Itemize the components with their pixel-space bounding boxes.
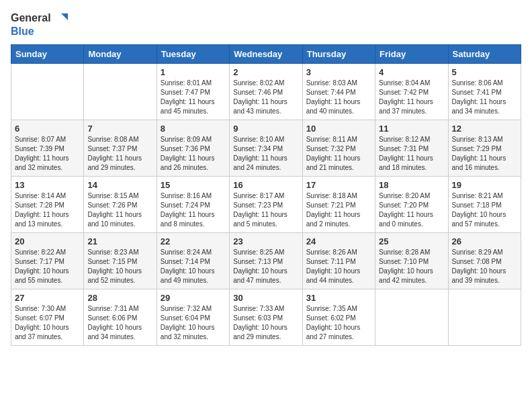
weekday-header-cell: Saturday <box>448 44 521 63</box>
calendar-cell: 8Sunrise: 8:09 AMSunset: 7:36 PMDaylight… <box>157 120 229 176</box>
calendar-cell: 24Sunrise: 8:26 AMSunset: 7:11 PMDayligh… <box>302 232 375 289</box>
calendar-cell <box>11 63 84 120</box>
day-number: 25 <box>379 236 444 246</box>
cell-detail: Sunrise: 7:31 AMSunset: 6:06 PMDaylight:… <box>87 304 152 342</box>
calendar-cell: 25Sunrise: 8:28 AMSunset: 7:10 PMDayligh… <box>375 232 448 289</box>
calendar-cell: 16Sunrise: 8:17 AMSunset: 7:23 PMDayligh… <box>230 176 302 232</box>
weekday-header-cell: Friday <box>375 44 448 63</box>
calendar-cell: 17Sunrise: 8:18 AMSunset: 7:21 PMDayligh… <box>302 176 375 232</box>
weekday-header-cell: Sunday <box>11 44 84 63</box>
calendar-week-row: 27Sunrise: 7:30 AMSunset: 6:07 PMDayligh… <box>11 289 521 345</box>
calendar-cell: 20Sunrise: 8:22 AMSunset: 7:17 PMDayligh… <box>11 232 84 289</box>
weekday-header-row: SundayMondayTuesdayWednesdayThursdayFrid… <box>11 44 521 63</box>
day-number: 12 <box>452 124 517 134</box>
logo-blue: Blue <box>11 26 34 38</box>
cell-detail: Sunrise: 8:21 AMSunset: 7:18 PMDaylight:… <box>452 191 517 229</box>
day-number: 24 <box>306 236 371 246</box>
weekday-header-cell: Wednesday <box>230 44 302 63</box>
cell-detail: Sunrise: 8:09 AMSunset: 7:36 PMDaylight:… <box>161 135 226 173</box>
day-number: 16 <box>233 180 298 190</box>
calendar-week-row: 1Sunrise: 8:01 AMSunset: 7:47 PMDaylight… <box>11 63 521 120</box>
calendar-cell: 31Sunrise: 7:35 AMSunset: 6:02 PMDayligh… <box>302 289 375 345</box>
day-number: 10 <box>306 124 371 134</box>
day-number: 6 <box>15 124 80 134</box>
calendar-cell: 23Sunrise: 8:25 AMSunset: 7:13 PMDayligh… <box>230 232 302 289</box>
calendar-cell: 10Sunrise: 8:11 AMSunset: 7:32 PMDayligh… <box>302 120 375 176</box>
cell-detail: Sunrise: 8:23 AMSunset: 7:15 PMDaylight:… <box>87 248 152 285</box>
day-number: 27 <box>15 293 80 303</box>
calendar-cell: 19Sunrise: 8:21 AMSunset: 7:18 PMDayligh… <box>448 176 521 232</box>
day-number: 7 <box>87 124 152 134</box>
calendar-cell: 14Sunrise: 8:15 AMSunset: 7:26 PMDayligh… <box>84 176 157 232</box>
day-number: 8 <box>161 124 226 134</box>
day-number: 30 <box>233 293 298 303</box>
day-number: 3 <box>306 67 371 77</box>
cell-detail: Sunrise: 7:30 AMSunset: 6:07 PMDaylight:… <box>15 304 80 342</box>
day-number: 2 <box>233 67 298 77</box>
calendar-cell: 13Sunrise: 8:14 AMSunset: 7:28 PMDayligh… <box>11 176 84 232</box>
cell-detail: Sunrise: 8:15 AMSunset: 7:26 PMDaylight:… <box>87 191 152 229</box>
logo-bird-icon <box>53 11 68 26</box>
calendar-cell: 21Sunrise: 8:23 AMSunset: 7:15 PMDayligh… <box>84 232 157 289</box>
cell-detail: Sunrise: 8:25 AMSunset: 7:13 PMDaylight:… <box>233 248 298 285</box>
weekday-header-cell: Tuesday <box>157 44 229 63</box>
calendar-cell: 2Sunrise: 8:02 AMSunset: 7:46 PMDaylight… <box>230 63 302 120</box>
calendar-cell: 4Sunrise: 8:04 AMSunset: 7:42 PMDaylight… <box>375 63 448 120</box>
calendar-cell: 6Sunrise: 8:07 AMSunset: 7:39 PMDaylight… <box>11 120 84 176</box>
calendar-cell: 28Sunrise: 7:31 AMSunset: 6:06 PMDayligh… <box>84 289 157 345</box>
cell-detail: Sunrise: 7:35 AMSunset: 6:02 PMDaylight:… <box>306 304 371 342</box>
day-number: 26 <box>452 236 517 246</box>
cell-detail: Sunrise: 8:10 AMSunset: 7:34 PMDaylight:… <box>233 135 298 173</box>
svg-marker-0 <box>61 13 68 20</box>
day-number: 31 <box>306 293 371 303</box>
calendar-cell: 29Sunrise: 7:32 AMSunset: 6:04 PMDayligh… <box>157 289 229 345</box>
calendar-table: SundayMondayTuesdayWednesdayThursdayFrid… <box>11 44 521 346</box>
calendar-cell: 26Sunrise: 8:29 AMSunset: 7:08 PMDayligh… <box>448 232 521 289</box>
day-number: 14 <box>87 180 152 190</box>
page-header: General Blue <box>11 11 521 38</box>
calendar-cell: 5Sunrise: 8:06 AMSunset: 7:41 PMDaylight… <box>448 63 521 120</box>
calendar-cell: 18Sunrise: 8:20 AMSunset: 7:20 PMDayligh… <box>375 176 448 232</box>
calendar-cell: 1Sunrise: 8:01 AMSunset: 7:47 PMDaylight… <box>157 63 229 120</box>
calendar-week-row: 13Sunrise: 8:14 AMSunset: 7:28 PMDayligh… <box>11 176 521 232</box>
cell-detail: Sunrise: 8:01 AMSunset: 7:47 PMDaylight:… <box>161 79 226 116</box>
cell-detail: Sunrise: 8:12 AMSunset: 7:31 PMDaylight:… <box>379 135 444 173</box>
cell-detail: Sunrise: 8:13 AMSunset: 7:29 PMDaylight:… <box>452 135 517 173</box>
cell-detail: Sunrise: 8:08 AMSunset: 7:37 PMDaylight:… <box>87 135 152 173</box>
cell-detail: Sunrise: 8:20 AMSunset: 7:20 PMDaylight:… <box>379 191 444 229</box>
calendar-week-row: 6Sunrise: 8:07 AMSunset: 7:39 PMDaylight… <box>11 120 521 176</box>
day-number: 5 <box>452 67 517 77</box>
calendar-cell: 22Sunrise: 8:24 AMSunset: 7:14 PMDayligh… <box>157 232 229 289</box>
weekday-header-cell: Thursday <box>302 44 375 63</box>
day-number: 21 <box>87 236 152 246</box>
cell-detail: Sunrise: 8:17 AMSunset: 7:23 PMDaylight:… <box>233 191 298 229</box>
day-number: 17 <box>306 180 371 190</box>
day-number: 23 <box>233 236 298 246</box>
cell-detail: Sunrise: 8:28 AMSunset: 7:10 PMDaylight:… <box>379 248 444 285</box>
calendar-cell <box>84 63 157 120</box>
day-number: 1 <box>161 67 226 77</box>
day-number: 19 <box>452 180 517 190</box>
calendar-cell <box>375 289 448 345</box>
calendar-body: 1Sunrise: 8:01 AMSunset: 7:47 PMDaylight… <box>11 63 521 345</box>
weekday-header-cell: Monday <box>84 44 157 63</box>
calendar-week-row: 20Sunrise: 8:22 AMSunset: 7:17 PMDayligh… <box>11 232 521 289</box>
calendar-cell: 12Sunrise: 8:13 AMSunset: 7:29 PMDayligh… <box>448 120 521 176</box>
cell-detail: Sunrise: 8:03 AMSunset: 7:44 PMDaylight:… <box>306 79 371 116</box>
cell-detail: Sunrise: 8:26 AMSunset: 7:11 PMDaylight:… <box>306 248 371 285</box>
day-number: 9 <box>233 124 298 134</box>
day-number: 20 <box>15 236 80 246</box>
cell-detail: Sunrise: 8:11 AMSunset: 7:32 PMDaylight:… <box>306 135 371 173</box>
calendar-cell: 30Sunrise: 7:33 AMSunset: 6:03 PMDayligh… <box>230 289 302 345</box>
cell-detail: Sunrise: 8:24 AMSunset: 7:14 PMDaylight:… <box>161 248 226 285</box>
logo: General Blue <box>11 11 68 38</box>
day-number: 4 <box>379 67 444 77</box>
day-number: 13 <box>15 180 80 190</box>
day-number: 15 <box>161 180 226 190</box>
calendar-cell: 27Sunrise: 7:30 AMSunset: 6:07 PMDayligh… <box>11 289 84 345</box>
calendar-cell <box>448 289 521 345</box>
cell-detail: Sunrise: 7:32 AMSunset: 6:04 PMDaylight:… <box>161 304 226 342</box>
day-number: 22 <box>161 236 226 246</box>
calendar-cell: 7Sunrise: 8:08 AMSunset: 7:37 PMDaylight… <box>84 120 157 176</box>
cell-detail: Sunrise: 8:02 AMSunset: 7:46 PMDaylight:… <box>233 79 298 116</box>
